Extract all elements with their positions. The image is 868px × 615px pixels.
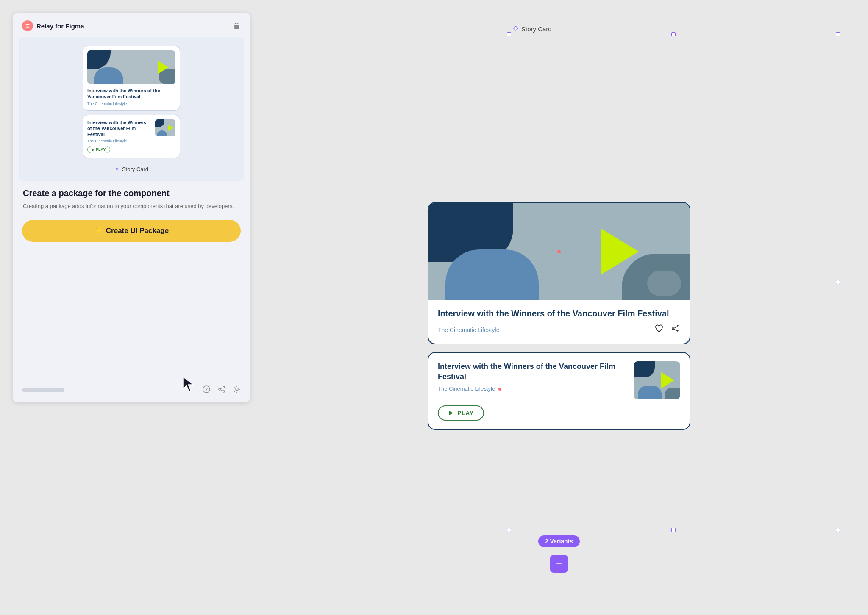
diamond-icon: ✦: [114, 166, 120, 172]
v2-text-block: Interview with the Winners of the Vancou…: [438, 361, 627, 392]
v2-play-triangle: [168, 125, 173, 131]
create-ui-package-button[interactable]: ✨ Create UI Package: [22, 220, 241, 242]
play-triangle-v1: [158, 61, 169, 74]
settings-icon[interactable]: [233, 385, 241, 395]
v2-thumbnail: [155, 119, 175, 136]
share-icon-card[interactable]: [671, 324, 680, 335]
create-heading: Create a package for the component: [23, 188, 240, 199]
dot-indicator: [557, 250, 561, 253]
handle-bottom-mid[interactable]: [671, 528, 676, 532]
add-variant-button[interactable]: +: [550, 555, 568, 573]
scroll-track: [22, 388, 64, 392]
relay-logo: Relay for Figma: [22, 20, 84, 31]
handle-top-left[interactable]: [507, 32, 511, 36]
v2-card-title: Interview with the Winners of the Vancou…: [438, 361, 627, 382]
help-icon[interactable]: ?: [203, 385, 210, 395]
small-card-source-v1: The Cinematic Lifestyle: [87, 102, 175, 106]
v2-dot: [498, 388, 501, 391]
create-btn-icon: ✨: [94, 227, 103, 235]
large-card-body: Interview with the Winners of the Vancou…: [428, 300, 690, 344]
svg-point-10: [677, 330, 679, 332]
cards-container: Interview with the Winners of the Vancou…: [428, 202, 690, 430]
svg-point-9: [677, 325, 679, 327]
play-btn-icon: ▶: [92, 148, 95, 152]
v2-top: Interview with the Winners of the Vancou…: [87, 119, 175, 144]
svg-line-6: [220, 388, 223, 389]
bottom-bar: ?: [13, 385, 250, 395]
left-panel: Relay for Figma 🗑 Interview with the Win…: [13, 13, 250, 402]
handle-bottom-left[interactable]: [507, 528, 511, 532]
handle-bottom-right[interactable]: [836, 528, 840, 532]
large-thumbnail: [428, 203, 690, 300]
story-card-label-text: Story Card: [521, 25, 552, 33]
small-card-title-v1: Interview with the Winners of the Vancou…: [87, 88, 175, 100]
variants-badge: 2 Variants: [538, 535, 580, 547]
v2-card-thumbnail: [634, 361, 680, 399]
card-variant-2: Interview with the Winners of the Vancou…: [83, 115, 180, 158]
story-card-diamond-icon: [513, 25, 519, 33]
svg-point-5: [219, 388, 220, 390]
large-card-meta: The Cinematic Lifestyle: [438, 324, 680, 335]
svg-point-3: [223, 386, 225, 388]
component-label: ✦ Story Card: [114, 166, 148, 172]
left-header: Relay for Figma 🗑: [13, 13, 250, 37]
handle-mid-right[interactable]: [836, 280, 840, 284]
v2-text: Interview with the Winners of the Vancou…: [87, 119, 152, 144]
create-desc: Creating a package adds information to y…: [23, 202, 240, 211]
handle-top-mid[interactable]: [671, 32, 676, 36]
svg-point-4: [223, 391, 225, 392]
app-title: Relay for Figma: [36, 22, 84, 30]
bottom-icons: ?: [203, 385, 241, 395]
play-button-large[interactable]: PLAY: [438, 405, 484, 421]
small-thumbnail-v1: [87, 50, 175, 84]
v2-card-source: The Cinematic Lifestyle: [438, 385, 627, 392]
svg-text:?: ?: [205, 387, 208, 392]
relay-icon: [22, 20, 33, 31]
share-icon[interactable]: [218, 385, 225, 395]
svg-point-11: [672, 328, 674, 330]
trash-icon[interactable]: 🗑: [233, 22, 241, 30]
svg-line-7: [220, 390, 223, 391]
large-card-source: The Cinematic Lifestyle: [438, 327, 500, 333]
heart-icon[interactable]: [655, 324, 664, 335]
story-card-label: Story Card: [513, 25, 552, 33]
play-btn-triangle: [448, 410, 454, 416]
large-play-triangle: [601, 228, 639, 275]
handle-top-right[interactable]: [836, 32, 840, 36]
create-btn-label: Create UI Package: [106, 227, 169, 235]
large-card-v2: Interview with the Winners of the Vancou…: [428, 352, 690, 430]
card-variant-1: Interview with the Winners of the Vancou…: [83, 46, 180, 111]
svg-point-8: [236, 388, 238, 391]
svg-line-12: [674, 327, 677, 328]
meta-icons: [655, 324, 680, 335]
add-plus-icon: +: [556, 559, 562, 569]
large-card-title: Interview with the Winners of the Vancou…: [438, 308, 680, 319]
small-card-source-v2: The Cinematic Lifestyle: [87, 139, 152, 143]
play-button-small[interactable]: ▶ PLAY: [87, 146, 110, 153]
create-btn-wrapper: ✨ Create UI Package: [13, 216, 250, 242]
small-card-title-v2: Interview with the Winners of the Vancou…: [87, 119, 152, 138]
v2t-play-triangle: [661, 372, 674, 389]
svg-point-0: [22, 20, 33, 31]
v2-main: Interview with the Winners of the Vancou…: [438, 361, 680, 399]
component-label-text: Story Card: [122, 166, 148, 172]
text-section: Create a package for the component Creat…: [13, 181, 250, 216]
svg-line-13: [674, 329, 677, 331]
right-panel: Story Card Interview with the Winners of…: [250, 0, 868, 615]
preview-area: Interview with the Winners of the Vancou…: [19, 37, 244, 181]
large-card-v1: Interview with the Winners of the Vancou…: [428, 202, 690, 344]
